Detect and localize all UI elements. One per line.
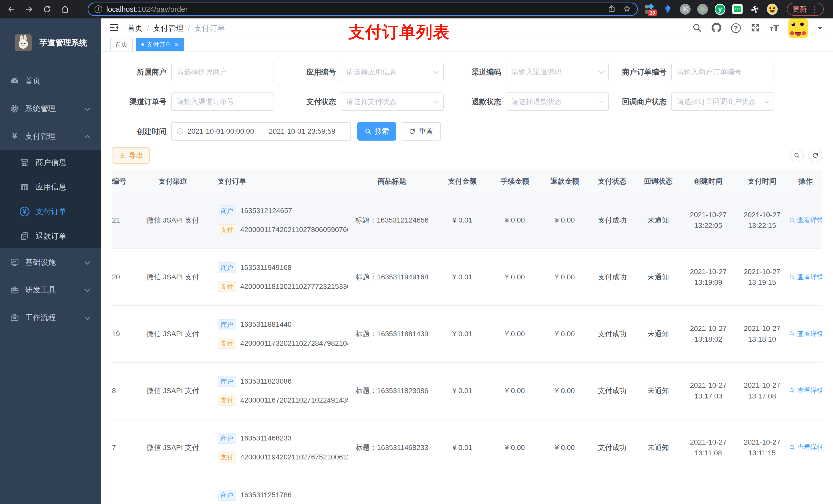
kite-extension-icon[interactable]: [662, 4, 673, 15]
pay-status-label: 支付状态: [274, 93, 341, 111]
forward-icon[interactable]: [24, 4, 35, 15]
tab-label: 首页: [115, 41, 127, 49]
app-select[interactable]: 请选择应用信息: [341, 63, 444, 81]
cell-fee: ¥ 0.00: [489, 387, 541, 395]
monitor-chart-icon: [9, 258, 20, 267]
view-detail-link[interactable]: 查看详情: [789, 443, 822, 452]
sidebar-item-system[interactable]: 系统管理: [0, 95, 101, 122]
share-icon[interactable]: [608, 5, 616, 14]
github-icon[interactable]: [712, 23, 721, 33]
reload-icon[interactable]: [42, 4, 53, 15]
puzzle-extensions-icon[interactable]: [749, 4, 760, 15]
sidebar-item-workflow[interactable]: 工作流程: [0, 304, 101, 331]
reset-button[interactable]: 重置: [401, 122, 441, 141]
yen-icon: ¥: [9, 131, 20, 142]
emoji-extension-icon[interactable]: [767, 4, 778, 15]
cell-order: 商户1635311251786 支付: [218, 490, 348, 504]
pay-status-select[interactable]: 请选择支付状态: [341, 93, 444, 111]
sidebar-item-payment[interactable]: ¥ 支付管理: [0, 122, 101, 150]
chat-extension-icon[interactable]: [732, 4, 743, 15]
home-icon[interactable]: [60, 4, 71, 15]
browser-update-button[interactable]: 更新 ⋮: [787, 3, 824, 16]
fullscreen-icon[interactable]: [751, 23, 760, 33]
site-info-icon[interactable]: i: [95, 5, 102, 13]
select-placeholder: 请选择退款状态: [511, 97, 562, 106]
cell-notify: 未通知: [635, 443, 681, 453]
cell-id: 19: [112, 330, 128, 338]
help-icon[interactable]: ?: [731, 23, 741, 33]
refresh-table-button[interactable]: [808, 148, 822, 162]
font-size-icon[interactable]: TT: [770, 23, 779, 33]
browser-menu-icon[interactable]: ⋮: [810, 5, 818, 14]
avatar[interactable]: [788, 19, 808, 38]
view-detail-link[interactable]: 查看详情: [789, 216, 822, 224]
breadcrumb-home[interactable]: 首页: [127, 23, 143, 33]
cell-notify: 未通知: [635, 272, 681, 282]
breadcrumb-section[interactable]: 支付管理: [153, 23, 184, 33]
sidebar-toggle-icon[interactable]: [109, 23, 120, 34]
active-tab-dot-icon: [141, 43, 144, 46]
app-title: 芋道管理系统: [40, 38, 87, 48]
merchant-tag: 商户: [218, 433, 236, 444]
chevron-down-icon: [85, 314, 90, 320]
gear-icon: [9, 104, 20, 113]
refund-status-select[interactable]: 请选择退款状态: [506, 93, 609, 111]
bookmark-star-icon[interactable]: [623, 5, 631, 14]
caret-down-icon[interactable]: [818, 27, 823, 32]
back-icon[interactable]: [6, 4, 17, 15]
cell-status: 支付成功: [589, 443, 635, 453]
logo-link[interactable]: 芋道管理系统: [0, 19, 101, 67]
channel-order-no-label: 渠道订单号: [112, 93, 171, 111]
table-header-row: 编号 支付渠道 支付订单 商品标题 支付金额 手续金额 退款金额 支付状态 回调…: [112, 170, 822, 192]
export-button[interactable]: 导出: [112, 147, 150, 164]
search-button[interactable]: 搜索: [357, 122, 396, 141]
recorder-extension-icon[interactable]: [697, 4, 708, 15]
tab-pay-order[interactable]: 支付订单 ×: [136, 38, 184, 51]
sidebar-item-app-info[interactable]: 应用信息: [0, 175, 101, 199]
table-row: 19 微信 JSAPI 支付 商户1635311881440 支付4200001…: [112, 306, 822, 363]
view-detail-link[interactable]: 查看详情: [789, 329, 822, 338]
toggle-search-button[interactable]: [790, 148, 804, 162]
cell-amount: ¥ 0.01: [435, 330, 489, 338]
cell-fee: ¥ 0.00: [489, 330, 541, 338]
create-time-range-input[interactable]: 2021-10-01 00:00:00 - 2021-10-31 23:59:5…: [171, 122, 351, 141]
cell-channel: 微信 JSAPI 支付: [128, 215, 218, 225]
address-bar[interactable]: i localhost:1024/pay/order: [88, 3, 638, 16]
merchant-order-no-input[interactable]: [671, 63, 774, 81]
date-separator: -: [260, 127, 263, 136]
pay-order-table: 编号 支付渠道 支付订单 商品标题 支付金额 手续金额 退款金额 支付状态 回调…: [112, 170, 822, 504]
yuque-extension-icon[interactable]: y: [715, 4, 725, 15]
cell-pay-time: 2021-10-2713:22:15: [735, 210, 789, 231]
command-extension-icon[interactable]: ⌘: [680, 4, 691, 15]
view-detail-link[interactable]: 查看详情: [789, 386, 822, 395]
view-detail-link[interactable]: 查看详情: [789, 272, 822, 282]
sidebar-item-pay-order[interactable]: ¥ 支付订单: [0, 199, 101, 224]
cell-notify: 未通知: [635, 329, 681, 339]
channel-order-no-input[interactable]: [171, 93, 274, 111]
sidebar-item-home[interactable]: 首页: [0, 67, 101, 95]
sidebar-item-label: 基础设施: [25, 257, 56, 268]
chevron-down-icon: [599, 99, 604, 103]
callback-status-select[interactable]: 请选择订单回调商户状态: [671, 93, 774, 111]
sidebar-item-refund-order[interactable]: 退款订单: [0, 224, 101, 248]
page-content: 所属商户 应用编号 请选择应用信息 渠道编码 请输入渠道编码 商户订单编号 渠道…: [101, 51, 833, 504]
cell-refund: ¥ 0.00: [541, 273, 589, 281]
sidebar-item-dev-tools[interactable]: 研发工具: [0, 276, 101, 304]
close-icon[interactable]: ×: [175, 41, 178, 49]
extension-badge-icon[interactable]: 10: [645, 4, 656, 15]
merchant-order-no: 1635311251786: [240, 491, 291, 499]
col-header-actions: 操作: [789, 176, 822, 186]
sidebar-item-label: 首页: [25, 76, 41, 86]
cell-title: 标题：1635311881439: [348, 329, 435, 339]
toolbox-icon: [9, 285, 20, 294]
sidebar-item-merchant-info[interactable]: 商户信息: [0, 150, 101, 175]
sidebar-item-infrastructure[interactable]: 基础设施: [0, 248, 101, 276]
merchant-input[interactable]: [171, 63, 274, 81]
channel-code-select[interactable]: 请输入渠道编码: [506, 63, 609, 81]
merchant-tag: 商户: [218, 206, 236, 216]
search-icon[interactable]: [692, 23, 702, 33]
pay-order-no: 4200001173202110272847982104: [240, 339, 348, 347]
cell-create-time: 2021-10-2713:18:02: [681, 323, 735, 345]
col-header-order: 支付订单: [218, 176, 348, 186]
tab-home[interactable]: 首页: [110, 38, 133, 51]
